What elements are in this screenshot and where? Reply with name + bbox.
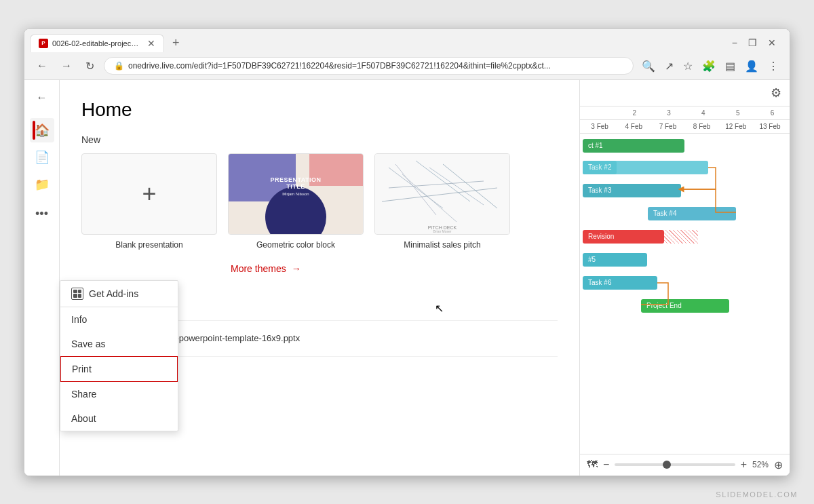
zoom-in-button[interactable]: + — [741, 459, 747, 471]
window-controls: − ❐ ✕ — [732, 37, 784, 48]
gantt-settings-icon[interactable]: ⚙ — [771, 85, 781, 100]
focus-icon[interactable]: ⊕ — [774, 459, 783, 471]
geometric-template-card[interactable]: PRESENTATIONTITLE Mirjam Nilsson Geometr… — [228, 153, 364, 250]
browser-chrome: P 0026-02-editable-project-gantt... ✕ + … — [24, 29, 790, 80]
tab-title: 0026-02-editable-project-gantt... — [52, 39, 140, 47]
app-container: ← 🏠 📄 📁 ••• — [24, 80, 790, 476]
extensions-icon[interactable]: 🧩 — [699, 57, 718, 75]
close-button[interactable]: ✕ — [768, 37, 776, 48]
sidebar-new-icon[interactable]: 📄 — [30, 145, 54, 170]
share-item[interactable]: Share — [60, 382, 178, 406]
restore-button[interactable]: ❐ — [748, 37, 757, 48]
reload-button[interactable]: ↻ — [81, 58, 98, 74]
home-active-indicator — [33, 121, 35, 140]
print-item[interactable]: Print — [60, 356, 178, 382]
blank-template-card[interactable]: + Blank presentation — [81, 153, 217, 250]
menu-icon[interactable]: ⋮ — [765, 57, 781, 75]
svg-line-4 — [443, 164, 497, 208]
geometric-template-preview: PRESENTATIONTITLE Mirjam Nilsson — [229, 154, 363, 234]
about-item[interactable]: About — [60, 406, 178, 431]
gantt-bar-task3: Task #3 — [583, 184, 681, 197]
zoom-percent: 52% — [752, 460, 769, 469]
geometric-template-label: Geometric color block — [228, 240, 364, 250]
pitch-template-card[interactable]: PITCH DECK Brian Moser Minimalist sales … — [374, 153, 510, 250]
zoom-thumb — [663, 461, 671, 469]
dropdown-menu: Get Add-ins Info Save as Print Share Abo… — [60, 280, 178, 431]
more-themes-link[interactable]: More themes → — [231, 263, 558, 274]
folder-icon-symbol: 📁 — [35, 177, 50, 192]
more-themes-arrow: → — [292, 263, 301, 274]
date-3: 7 Feb — [653, 123, 682, 130]
geometric-template-thumb: PRESENTATIONTITLE Mirjam Nilsson — [228, 153, 364, 235]
pitch-svg — [375, 154, 509, 234]
new-section-title: New — [81, 134, 558, 145]
ruler-6: 6 — [755, 109, 790, 117]
tab-favicon: P — [39, 39, 48, 48]
share-icon[interactable]: ↗ — [662, 57, 676, 75]
browser-window: P 0026-02-editable-project-gantt... ✕ + … — [24, 28, 790, 476]
templates-row: + Blank presentation PRESENTA — [81, 153, 558, 250]
search-icon[interactable]: 🔍 — [639, 57, 658, 75]
save-as-label: Save as — [71, 338, 106, 349]
home-icon-symbol: 🏠 — [35, 123, 50, 138]
blank-template-thumb: + — [81, 153, 217, 235]
pitch-template-preview: PITCH DECK Brian Moser — [375, 154, 509, 234]
gantt-bar-task2: Task #2 — [583, 161, 708, 174]
zoom-out-button[interactable]: − — [603, 459, 609, 471]
sidebar-back-button[interactable]: ← — [30, 85, 54, 110]
url-bar[interactable]: 🔒 onedrive.live.com/edit?id=1F507DBF39C6… — [104, 57, 634, 75]
revision-hatch — [664, 230, 698, 244]
gantt-bottom-bar: 🗺 − + 52% ⊕ — [580, 454, 790, 476]
gantt-bar-project-end: Project End — [641, 299, 729, 313]
svg-line-7 — [382, 188, 497, 201]
tab-close-button[interactable]: ✕ — [147, 39, 155, 48]
gantt-dates: 3 Feb 4 Feb 7 Feb 8 Feb 12 Feb 13 Feb — [580, 120, 790, 134]
gantt-toolbar: ⚙ — [580, 80, 790, 106]
gantt-panel: ⚙ 2 3 4 5 6 3 Feb 4 Feb 7 Feb 8 Feb 12 F… — [579, 80, 790, 476]
pitch-template-label: Minimalist sales pitch — [374, 240, 510, 250]
get-addins-item[interactable]: Get Add-ins — [60, 281, 178, 307]
forward-button[interactable]: → — [57, 58, 76, 73]
more-icon-symbol: ••• — [35, 207, 48, 221]
ruler-5: 5 — [720, 109, 755, 117]
gantt-bar-task4: Task #4 — [648, 207, 736, 220]
geom-text-subtitle: Mirjam Nilsson — [282, 192, 309, 196]
svg-line-2 — [416, 161, 470, 201]
date-1: 3 Feb — [585, 123, 614, 130]
ruler-1 — [583, 109, 617, 117]
gantt-ruler: 2 3 4 5 6 — [580, 106, 790, 120]
lock-icon: 🔒 — [114, 61, 124, 71]
sidebar-folder-icon[interactable]: 📁 — [30, 172, 54, 197]
bookmark-icon[interactable]: ☆ — [680, 57, 695, 75]
browser-tab[interactable]: P 0026-02-editable-project-gantt... ✕ — [30, 34, 164, 52]
get-addins-label: Get Add-ins — [89, 288, 138, 299]
sidebar-toggle-icon[interactable]: ▤ — [722, 57, 738, 75]
gantt-content: ct #1 Task #2 Task #3 Task #4 Revision #… — [580, 134, 790, 454]
share-label: Share — [71, 389, 96, 400]
ruler-3: 3 — [652, 109, 686, 117]
date-5: 12 Feb — [722, 123, 750, 130]
gantt-map-icon[interactable]: 🗺 — [587, 459, 598, 471]
zoom-slider[interactable] — [615, 463, 735, 466]
about-label: About — [71, 413, 96, 424]
sidebar: ← 🏠 📄 📁 ••• — [24, 80, 60, 476]
date-2: 4 Feb — [619, 123, 648, 130]
tab-bar: P 0026-02-editable-project-gantt... ✕ + … — [24, 29, 790, 53]
svg-line-0 — [389, 168, 443, 208]
minimize-button[interactable]: − — [732, 37, 737, 48]
ruler-4: 4 — [686, 109, 720, 117]
info-item[interactable]: Info — [60, 307, 178, 332]
address-bar: ← → ↻ 🔒 onedrive.live.com/edit?id=1F507D… — [24, 53, 790, 79]
sidebar-home-icon[interactable]: 🏠 — [30, 118, 54, 142]
plus-icon: + — [142, 180, 156, 208]
back-button[interactable]: ← — [33, 58, 52, 73]
gantt-bar-project1: ct #1 — [583, 139, 684, 153]
new-tab-button[interactable]: + — [167, 33, 185, 53]
sidebar-more-button[interactable]: ••• — [30, 202, 54, 227]
info-label: Info — [71, 314, 87, 325]
save-as-item[interactable]: Save as — [60, 332, 178, 356]
geom-text-title: PRESENTATIONTITLE — [270, 176, 321, 190]
pitch-template-thumb: PITCH DECK Brian Moser — [374, 153, 510, 235]
profile-icon[interactable]: 👤 — [742, 57, 761, 75]
addins-icon — [71, 288, 83, 300]
